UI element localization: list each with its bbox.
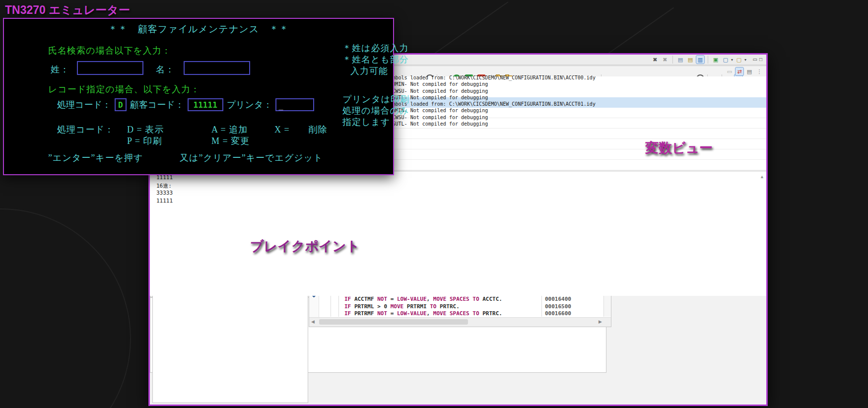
minimize-view-icon[interactable]: ▭ (753, 57, 757, 62)
screen-title: ＊＊ 顧客ファイルメンテナンス ＊＊ (4, 23, 393, 36)
toolbar-separator (708, 56, 708, 64)
scrollbar-thumb[interactable] (319, 319, 468, 325)
code-line[interactable]: IF PRTRMF NOT = LOW-VALUE, MOVE SPACES T… (309, 310, 604, 318)
variable-detail-pane[interactable]: 1111116進:3333311111 ▲ (150, 171, 766, 296)
annotation-variables-view: 変数ビュー (645, 139, 713, 157)
record-spec-label: レコード指定の場合、以下を入力： (48, 83, 200, 95)
toolbar-separator (672, 56, 673, 64)
cust-code-field[interactable]: 11111 (188, 98, 223, 111)
background-arc (0, 208, 131, 408)
console-toolbar: ✖✖▤▤▥▣▢▾▢▾ (651, 56, 746, 64)
cust-code-label: 顧客コード： (130, 99, 184, 111)
annotation-breakpoint: ブレイクポイント (250, 237, 360, 255)
maximize-view-icon[interactable]: □ (759, 57, 762, 62)
first-name-label: 名： (156, 64, 175, 75)
dropdown-caret-icon[interactable]: ▾ (731, 58, 733, 62)
scroll-lock-icon[interactable]: ▥ (696, 56, 704, 64)
tn3270-emulator-window[interactable]: ＊＊ 顧客ファイルメンテナンス ＊＊ 氏名検索の場合以下を入力： ＊姓は必須入力… (3, 18, 394, 175)
codes-label: 処理コード： (57, 124, 114, 136)
sequence-number: 00016500 (545, 303, 571, 310)
scroll-left-icon[interactable]: ◀ (311, 319, 315, 324)
terminate-icon[interactable]: ✖ (651, 56, 659, 64)
first-name-field[interactable] (184, 61, 250, 75)
sequence-number: 00016400 (545, 296, 571, 302)
display-selected-console-icon[interactable]: ▣ (712, 56, 720, 64)
code-line[interactable]: IF PRTRML > 0 MOVE PRTRMI TO PRTRC.00016… (309, 303, 604, 311)
editor-horizontal-scrollbar[interactable]: ◀ ▶ (309, 317, 611, 327)
pin-console-icon[interactable]: ▤ (686, 56, 694, 64)
console-minmax[interactable]: ▭□ (753, 57, 763, 62)
scroll-right-icon[interactable]: ▶ (599, 319, 602, 324)
scroll-up-icon[interactable]: ▲ (760, 174, 764, 179)
printer-note-3: 指定します (342, 116, 390, 128)
show-type-names-icon[interactable]: ▭ (726, 68, 734, 75)
dropdown-caret-icon[interactable]: ▾ (744, 58, 746, 62)
code-display: D = 表示 (127, 124, 164, 136)
footer-enter-key: ”エンター”キーを押す (48, 152, 143, 164)
show-logical-structure-icon[interactable]: ⇄ (735, 68, 743, 75)
detail-line: 11111 (150, 197, 766, 204)
note-partial-input2: 入力可能 (350, 65, 388, 77)
code-print: P = 印刷 (127, 135, 162, 147)
last-name-label: 姓： (51, 64, 69, 75)
text-cursor: _ (278, 101, 283, 110)
last-name-field[interactable] (77, 61, 143, 75)
open-console-icon[interactable]: ▢ (722, 56, 730, 64)
proc-code-label: 処理コード： (57, 99, 111, 111)
printer-note-2: 処理の場合のみ (342, 105, 409, 117)
code-add: A = 追加 (211, 124, 248, 136)
code-delete: X = 削除 (274, 124, 328, 136)
note-partial-input: ＊姓名とも部分 (342, 54, 409, 66)
clear-console-icon[interactable]: ▤ (676, 56, 684, 64)
record-input-row: 処理コード： D 顧客コード： 11111 プリンタ： _ (57, 98, 314, 111)
code-modify: M = 変更 (211, 135, 250, 147)
footer-clear-key: 又は”クリアー”キーでエグジット (180, 152, 323, 164)
code-line[interactable]: IF ACCTMF NOT = LOW-VALUE, MOVE SPACES T… (309, 296, 604, 303)
note-required-lastname: ＊姓は必須入力 (342, 42, 408, 54)
detail-line: 16進: (150, 181, 766, 189)
name-search-label: 氏名検索の場合以下を入力： (48, 45, 171, 57)
sequence-number: 00016600 (545, 310, 571, 317)
new-console-icon[interactable]: ▢ (735, 56, 743, 64)
detail-line: 33333 (150, 189, 766, 197)
printer-field[interactable]: _ (275, 98, 314, 111)
collapse-all-icon[interactable]: ▤ (745, 68, 753, 75)
printer-note-1: プリンタは印刷 (342, 93, 409, 105)
annotation-tn3270: TN3270 エミュレーター (5, 2, 130, 18)
remove-terminated-icon[interactable]: ✖ (661, 56, 669, 64)
proc-code-field[interactable]: D (115, 98, 127, 111)
view-menu-icon[interactable]: ⋮ (755, 68, 763, 75)
variables-toolbar: ▭⇄▤⋮ (726, 68, 763, 75)
printer-label: プリンタ： (227, 99, 272, 111)
